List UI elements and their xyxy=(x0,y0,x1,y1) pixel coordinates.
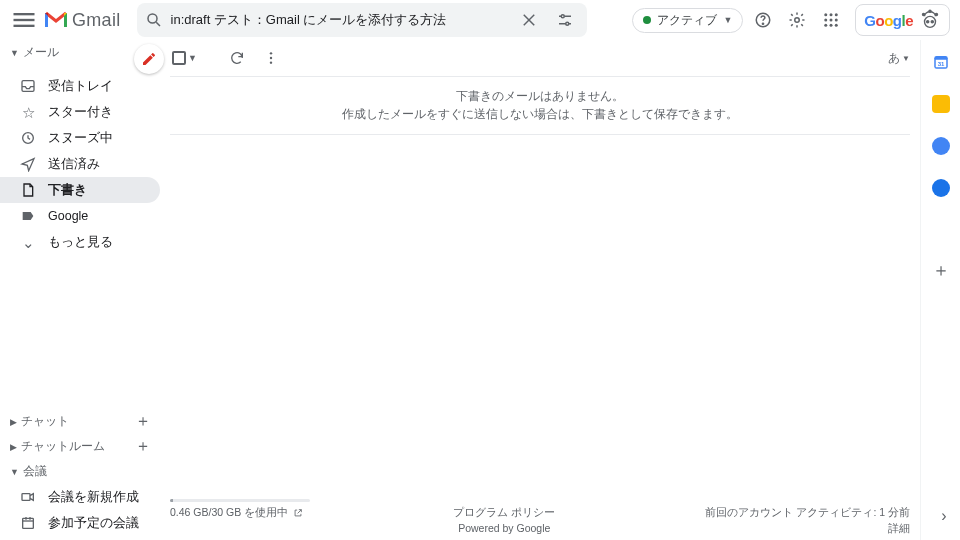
main-panel: ▼ あ ▼ 下書きのメールはありません。 作成したメールをすぐに送信しない場合は… xyxy=(160,40,920,540)
search-options-button[interactable] xyxy=(551,6,579,34)
svg-rect-0 xyxy=(14,13,35,15)
tasks-addon-button[interactable] xyxy=(931,136,951,156)
refresh-button[interactable] xyxy=(223,44,251,72)
svg-rect-34 xyxy=(23,518,34,528)
svg-point-38 xyxy=(270,52,272,54)
contacts-addon-button[interactable] xyxy=(931,178,951,198)
svg-point-20 xyxy=(830,19,833,22)
sidebar-item-sent[interactable]: 送信済み xyxy=(0,151,160,177)
apps-button[interactable] xyxy=(817,6,845,34)
chevron-down-icon: ▼ xyxy=(188,53,197,63)
settings-button[interactable] xyxy=(783,6,811,34)
section-rooms-label: チャットルーム xyxy=(21,438,105,455)
last-activity-text: 前回のアカウント アクティビティ: 1 分前 xyxy=(705,506,910,520)
new-chat-button[interactable]: ＋ xyxy=(132,411,154,433)
sidebar-item-snoozed[interactable]: スヌーズ中 xyxy=(0,125,160,151)
gmail-wordmark: Gmail xyxy=(72,10,121,31)
empty-drafts-message: 下書きのメールはありません。 作成したメールをすぐに送信しない場合は、下書きとし… xyxy=(160,77,920,134)
send-icon xyxy=(20,156,36,172)
sidebar-item-starred[interactable]: ☆ スター付き xyxy=(0,99,160,125)
plus-icon: ＋ xyxy=(932,258,950,282)
gmail-logo[interactable]: Gmail xyxy=(44,10,121,31)
section-meet-label: 会議 xyxy=(23,463,47,480)
sidebar-item-more[interactable]: ⌄ もっと見る xyxy=(0,229,160,255)
plus-icon: ＋ xyxy=(135,411,151,432)
calendar-addon-button[interactable]: 31 xyxy=(931,52,951,72)
help-icon xyxy=(754,11,772,29)
ime-label: あ xyxy=(888,50,900,67)
search-bar[interactable] xyxy=(137,3,587,37)
pencil-icon xyxy=(141,51,157,67)
caret-right-icon: ▶ xyxy=(10,417,17,427)
checkbox-icon xyxy=(172,51,186,65)
program-policy-link[interactable]: プログラム ポリシー xyxy=(453,506,555,520)
section-meet-header[interactable]: ▼ 会議 xyxy=(0,459,160,484)
sidebar-item-label-google[interactable]: Google xyxy=(0,203,160,229)
sidebar-item-label: 受信トレイ xyxy=(48,78,113,95)
mail-toolbar: ▼ あ ▼ xyxy=(160,40,920,76)
left-sidebar: ▼ メール 受信トレイ ☆ スター付き スヌーズ中 送信済み 下書き Googl… xyxy=(0,40,160,540)
svg-point-39 xyxy=(270,57,272,59)
svg-point-14 xyxy=(763,23,764,24)
status-label: アクティブ xyxy=(657,12,717,29)
svg-point-10 xyxy=(561,15,564,18)
get-addons-button[interactable]: ＋ xyxy=(931,260,951,280)
side-panel-toggle[interactable]: › xyxy=(930,502,958,530)
open-in-new-icon[interactable] xyxy=(293,508,303,518)
progress-track xyxy=(170,499,310,502)
sidebar-item-label: Google xyxy=(48,209,88,223)
keep-addon-button[interactable] xyxy=(931,94,951,114)
clock-icon xyxy=(20,130,36,146)
clear-search-button[interactable] xyxy=(515,6,543,34)
powered-by-text: Powered by Google xyxy=(458,522,550,534)
empty-line-2: 作成したメールをすぐに送信しない場合は、下書きとして保存できます。 xyxy=(180,105,900,123)
section-chat-header[interactable]: ▶ チャット xyxy=(0,409,79,434)
svg-point-23 xyxy=(830,24,833,27)
svg-rect-2 xyxy=(14,25,35,27)
storage-text-block: 0.46 GB/30 GB を使用中 xyxy=(170,506,303,520)
svg-rect-33 xyxy=(22,494,30,501)
main-menu-button[interactable] xyxy=(10,6,38,34)
tasks-icon xyxy=(932,137,950,155)
caret-down-icon: ▼ xyxy=(10,467,19,477)
svg-point-12 xyxy=(565,22,568,25)
chevron-down-icon: ⌄ xyxy=(20,234,36,250)
sidebar-item-drafts[interactable]: 下書き xyxy=(0,177,160,203)
search-input[interactable] xyxy=(171,13,507,28)
meet-new-meeting[interactable]: 会議を新規作成 xyxy=(0,484,160,510)
more-actions-button[interactable] xyxy=(257,44,285,72)
sidebar-item-inbox[interactable]: 受信トレイ xyxy=(0,73,160,99)
new-room-button[interactable]: ＋ xyxy=(132,436,154,458)
account-brand[interactable]: Google xyxy=(855,4,950,36)
svg-point-17 xyxy=(830,13,833,16)
apps-grid-icon xyxy=(822,11,840,29)
svg-point-5 xyxy=(148,14,157,23)
svg-point-22 xyxy=(825,24,828,27)
video-plus-icon xyxy=(20,489,36,505)
section-rooms-header[interactable]: ▶ チャットルーム xyxy=(0,434,115,459)
sidebar-item-label: 送信済み xyxy=(48,156,100,173)
svg-point-27 xyxy=(931,21,933,23)
svg-point-24 xyxy=(835,24,838,27)
empty-line-1: 下書きのメールはありません。 xyxy=(180,87,900,105)
calendar-icon xyxy=(20,515,36,531)
search-icon xyxy=(145,11,163,29)
gear-icon xyxy=(788,11,806,29)
sidebar-item-label: 会議を新規作成 xyxy=(48,489,139,506)
input-method-button[interactable]: あ ▼ xyxy=(888,50,910,67)
app-header: Gmail アクティブ ▼ Google xyxy=(0,0,960,40)
svg-point-26 xyxy=(927,21,929,23)
draft-icon xyxy=(20,182,36,198)
svg-point-40 xyxy=(270,61,272,63)
star-icon: ☆ xyxy=(20,104,36,120)
support-button[interactable] xyxy=(749,6,777,34)
calendar-icon: 31 xyxy=(932,53,950,71)
status-chip[interactable]: アクティブ ▼ xyxy=(632,8,743,33)
compose-button[interactable] xyxy=(134,44,164,74)
sidebar-item-label: スヌーズ中 xyxy=(48,130,113,147)
details-link[interactable]: 詳細 xyxy=(888,522,910,536)
select-all-checkbox[interactable]: ▼ xyxy=(170,49,199,67)
chevron-down-icon: ▼ xyxy=(723,15,732,25)
svg-point-19 xyxy=(825,19,828,22)
meet-scheduled[interactable]: 参加予定の会議 xyxy=(0,510,160,536)
